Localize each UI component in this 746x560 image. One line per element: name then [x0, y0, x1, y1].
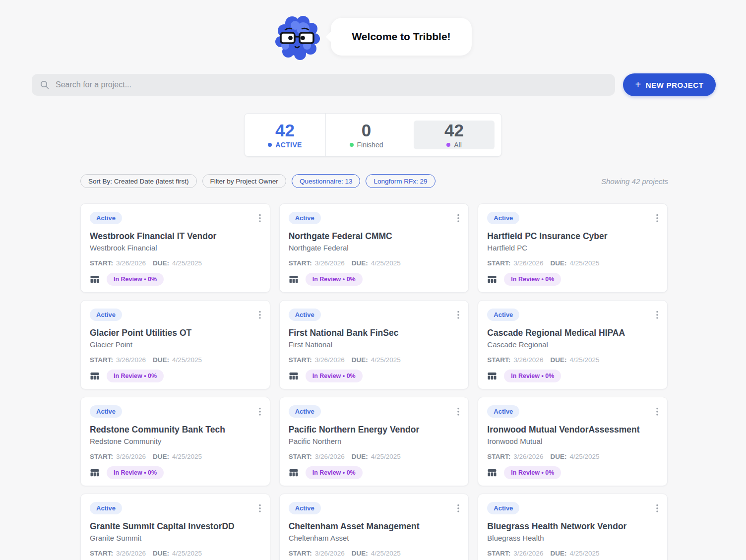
project-dates: START: 3/26/2026 DUE: 4/25/2025	[289, 453, 460, 460]
project-card[interactable]: Active Cascade Regional Medical HIPAA Ca…	[478, 300, 668, 389]
project-card[interactable]: Active Pacific Northern Energy Vendor Pa…	[279, 397, 469, 486]
kebab-menu-icon[interactable]	[654, 502, 660, 516]
search-icon	[40, 80, 50, 90]
status-badge: Active	[289, 212, 321, 224]
project-card[interactable]: Active Glacier Point Utilities OT Glacie…	[80, 300, 270, 389]
project-card[interactable]: Active Hartfield PC Insurance Cyber Hart…	[478, 203, 668, 293]
kebab-menu-icon[interactable]	[654, 212, 660, 226]
project-card[interactable]: Active Redstone Community Bank Tech Reds…	[80, 397, 270, 486]
all-dot-icon	[446, 143, 450, 147]
kebab-menu-icon[interactable]	[654, 309, 660, 323]
project-title: Cheltenham Asset Management	[289, 521, 460, 532]
project-subtitle: Glacier Point	[90, 340, 261, 349]
start-label: START:	[487, 550, 510, 557]
start-date: 3/26/2026	[513, 453, 543, 460]
project-subtitle: Hartfield PC	[487, 244, 658, 252]
due-label: DUE:	[352, 453, 368, 460]
finished-dot-icon	[350, 143, 354, 147]
project-dates: START: 3/26/2026 DUE: 4/25/2025	[90, 259, 261, 267]
project-card[interactable]: Active First National Bank FinSec First …	[279, 300, 469, 389]
search-box[interactable]	[32, 74, 615, 96]
project-subtitle: Granite Summit	[90, 534, 261, 542]
project-footer: In Review • 0%	[90, 273, 261, 286]
search-row: + NEW PROJECT	[32, 73, 716, 96]
due-label: DUE:	[352, 356, 368, 364]
review-status-badge: In Review • 0%	[504, 273, 561, 286]
project-footer: In Review • 0%	[487, 273, 658, 286]
project-card[interactable]: Active Granite Summit Capital InvestorDD…	[80, 494, 270, 560]
status-badge: Active	[487, 309, 519, 321]
review-status-badge: In Review • 0%	[504, 370, 561, 382]
stat-active[interactable]: 42 ACTIVE	[245, 114, 325, 156]
sort-by-chip[interactable]: Sort By: Created Date (latest first)	[80, 174, 197, 188]
status-badge: Active	[487, 502, 519, 514]
review-status-badge: In Review • 0%	[306, 466, 363, 479]
start-date: 3/26/2026	[116, 550, 146, 557]
search-input[interactable]	[56, 80, 607, 89]
project-dates: START: 3/26/2026 DUE: 4/25/2025	[487, 356, 658, 364]
project-card[interactable]: Active Bluegrass Health Network Vendor B…	[478, 494, 668, 560]
tribble-mascot-icon	[274, 15, 320, 61]
kebab-menu-icon[interactable]	[257, 212, 263, 226]
new-project-button[interactable]: + NEW PROJECT	[623, 73, 716, 96]
due-date: 4/25/2025	[172, 356, 202, 364]
start-label: START:	[487, 453, 510, 460]
start-label: START:	[289, 356, 312, 364]
project-title: Northgate Federal CMMC	[289, 231, 460, 242]
start-date: 3/26/2026	[513, 550, 543, 557]
kebab-menu-icon[interactable]	[455, 406, 461, 420]
due-date: 4/25/2025	[371, 453, 401, 460]
kebab-menu-icon[interactable]	[455, 502, 461, 516]
longform-rfx-chip[interactable]: Longform RFx: 29	[366, 174, 435, 188]
review-status-badge: In Review • 0%	[504, 466, 561, 479]
start-label: START:	[90, 453, 113, 460]
status-badge: Active	[487, 212, 519, 224]
due-date: 4/25/2025	[371, 356, 401, 364]
stat-all[interactable]: 42 All	[414, 121, 495, 149]
project-card[interactable]: Active Westbrook Financial IT Vendor Wes…	[80, 203, 270, 293]
kebab-menu-icon[interactable]	[257, 309, 263, 323]
project-footer: In Review • 0%	[289, 466, 460, 479]
questionnaire-chip[interactable]: Questionnaire: 13	[292, 174, 361, 188]
project-footer: In Review • 0%	[487, 370, 658, 382]
project-subtitle: Pacific Northern	[289, 437, 460, 445]
due-label: DUE:	[550, 550, 566, 557]
new-project-label: NEW PROJECT	[646, 81, 704, 89]
review-status-badge: In Review • 0%	[107, 273, 164, 286]
status-badge: Active	[289, 405, 321, 418]
project-title: Ironwood Mutual VendorAssessment	[487, 425, 658, 435]
questionnaire-table-icon	[487, 274, 497, 284]
kebab-menu-icon[interactable]	[257, 406, 263, 420]
start-date: 3/26/2026	[315, 550, 345, 557]
project-subtitle: Northgate Federal	[289, 244, 460, 252]
welcome-text: Welcome to Tribble!	[352, 31, 450, 43]
start-date: 3/26/2026	[315, 453, 345, 460]
start-date: 3/26/2026	[513, 259, 543, 267]
start-label: START:	[90, 356, 113, 364]
kebab-menu-icon[interactable]	[654, 406, 660, 420]
kebab-menu-icon[interactable]	[455, 212, 461, 226]
project-title: Bluegrass Health Network Vendor	[487, 521, 658, 532]
stat-finished[interactable]: 0 Finished	[326, 114, 407, 156]
filter-owner-chip[interactable]: Filter by Project Owner	[202, 174, 286, 188]
project-card[interactable]: Active Cheltenham Asset Management Chelt…	[279, 494, 469, 560]
status-badge: Active	[90, 405, 122, 418]
review-status-badge: In Review • 0%	[107, 466, 164, 479]
questionnaire-table-icon	[487, 371, 497, 381]
filter-row: Sort By: Created Date (latest first) Fil…	[80, 174, 668, 188]
stat-finished-label: Finished	[357, 141, 383, 149]
start-label: START:	[90, 550, 113, 557]
project-subtitle: Cheltenham Asset	[289, 534, 460, 542]
project-subtitle: Cascade Regional	[487, 340, 658, 349]
kebab-menu-icon[interactable]	[257, 502, 263, 516]
kebab-menu-icon[interactable]	[455, 309, 461, 323]
project-card[interactable]: Active Northgate Federal CMMC Northgate …	[279, 203, 469, 293]
project-dates: START: 3/26/2026 DUE: 4/25/2025	[289, 550, 460, 557]
project-dates: START: 3/26/2026 DUE: 4/25/2025	[289, 259, 460, 267]
project-title: Granite Summit Capital InvestorDD	[90, 521, 261, 532]
review-status-badge: In Review • 0%	[306, 370, 363, 382]
status-badge: Active	[487, 405, 519, 418]
project-card[interactable]: Active Ironwood Mutual VendorAssessment …	[478, 397, 668, 486]
status-badge: Active	[289, 502, 321, 514]
stat-active-label: ACTIVE	[275, 141, 302, 149]
